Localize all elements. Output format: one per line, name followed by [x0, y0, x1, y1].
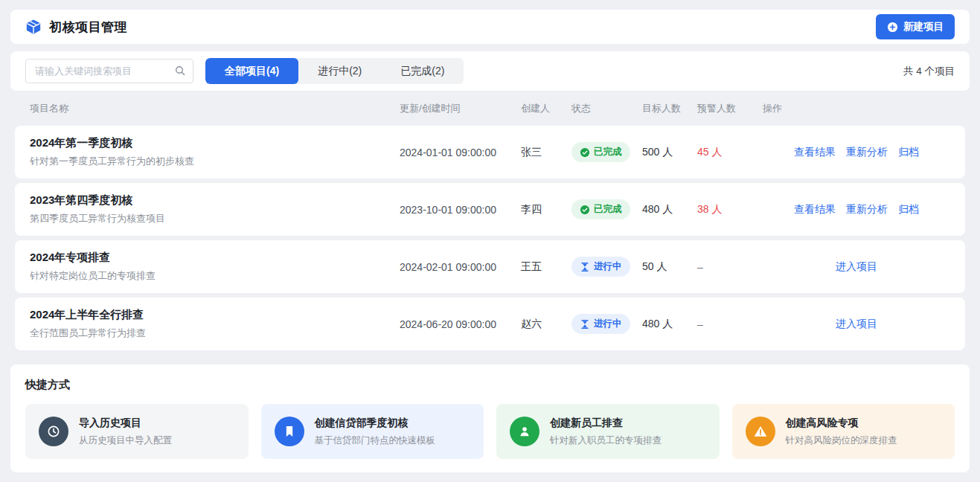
title-bar: 初核项目管理 新建项目: [10, 10, 970, 44]
project-warning-count: –: [697, 261, 763, 273]
column-header-target: 目标人数: [642, 102, 697, 115]
column-header-creator: 创建人: [521, 102, 571, 115]
shortcut-description: 针对新入职员工的专项排查: [550, 434, 662, 447]
project-time: 2024-01-01 09:00:00: [400, 147, 521, 158]
project-creator: 张三: [521, 146, 571, 159]
project-time: 2024-06-20 09:00:00: [400, 318, 521, 330]
project-time: 2024-02-01 09:00:00: [400, 261, 521, 273]
project-name: 2024年上半年全行排查: [30, 308, 400, 321]
tab-all-projects[interactable]: 全部项目(4): [205, 58, 298, 84]
view-results-link[interactable]: 查看结果: [794, 203, 836, 216]
project-warning-count: 38 人: [697, 203, 763, 216]
column-header-actions: 操作: [763, 102, 950, 115]
project-description: 全行范围员工异常行为排查: [30, 327, 400, 340]
column-header-status: 状态: [571, 102, 642, 115]
hourglass-icon: [580, 262, 590, 272]
cube-logo-icon: [25, 19, 42, 35]
status-badge-label: 进行中: [594, 318, 622, 330]
table-row: 2024年上半年全行排查 全行范围员工异常行为排查 2024-06-20 09:…: [15, 298, 965, 350]
shortcut-title: 创建新员工排查: [550, 417, 662, 430]
column-header-name: 项目名称: [30, 102, 400, 115]
search-box: [25, 59, 193, 83]
shortcut-import-history[interactable]: 导入历史项目 从历史项目中导入配置: [25, 404, 249, 459]
shortcut-credit-dept-template[interactable]: 创建信贷部季度初核 基于信贷部门特点的快速模板: [261, 404, 484, 459]
reanalyze-link[interactable]: 重新分析: [846, 146, 888, 159]
status-badge: 已完成: [571, 199, 630, 219]
new-project-button[interactable]: 新建项目: [876, 14, 955, 39]
table-row: 2024年专项排查 针对特定岗位员工的专项排查 2024-02-01 09:00…: [15, 240, 965, 293]
project-target-count: 50 人: [642, 260, 697, 274]
reanalyze-link[interactable]: 重新分析: [846, 203, 888, 216]
tab-completed[interactable]: 已完成(2): [381, 58, 464, 84]
table-header: 项目名称 更新/创建时间 创建人 状态 目标人数 预警人数 操作: [15, 91, 965, 126]
page-title: 初核项目管理: [49, 19, 127, 36]
new-project-button-label: 新建项目: [903, 20, 944, 33]
project-warning-count: –: [697, 318, 763, 330]
warning-icon: [746, 417, 775, 446]
check-circle-icon: [580, 205, 590, 215]
shortcut-description: 从历史项目中导入配置: [79, 434, 172, 447]
shortcut-description: 针对高风险岗位的深度排查: [786, 434, 897, 447]
tab-in-progress[interactable]: 进行中(2): [298, 58, 381, 84]
shortcut-title: 导入历史项目: [79, 417, 172, 430]
plus-circle-icon: [887, 22, 898, 33]
column-header-warning: 预警人数: [697, 102, 763, 115]
status-badge: 进行中: [571, 314, 630, 334]
hourglass-icon: [580, 319, 590, 330]
project-list: 2024年第一季度初核 针对第一季度员工异常行为的初步核查 2024-01-01…: [10, 126, 970, 350]
shortcut-high-risk-special[interactable]: 创建高风险专项 针对高风险岗位的深度排查: [732, 404, 955, 459]
table-row: 2024年第一季度初核 针对第一季度员工异常行为的初步核查 2024-01-01…: [15, 126, 965, 179]
project-description: 第四季度员工异常行为核查项目: [30, 212, 400, 225]
filter-bar: 全部项目(4) 进行中(2) 已完成(2) 共 4 个项目: [10, 51, 970, 91]
shortcut-title: 创建信贷部季度初核: [315, 417, 436, 430]
enter-project-link[interactable]: 进入项目: [836, 318, 877, 331]
project-management-page: 初核项目管理 新建项目 全部项目(4) 进行中(2) 已完成(2) 共 4 个项…: [0, 0, 980, 482]
project-target-count: 480 人: [642, 318, 697, 331]
project-time: 2023-10-01 09:00:00: [400, 204, 521, 216]
project-creator: 赵六: [521, 318, 571, 331]
project-creator: 李四: [521, 203, 571, 216]
enter-project-link[interactable]: 进入项目: [836, 260, 877, 274]
project-description: 针对特定岗位员工的专项排查: [30, 269, 400, 283]
project-target-count: 500 人: [642, 146, 697, 159]
check-circle-icon: [580, 147, 590, 158]
project-name: 2024年专项排查: [30, 251, 400, 264]
table-row: 2023年第四季度初核 第四季度员工异常行为核查项目 2023-10-01 09…: [15, 183, 965, 236]
bookmark-icon: [275, 417, 304, 446]
search-icon[interactable]: [174, 65, 186, 77]
total-project-count: 共 4 个项目: [903, 65, 955, 78]
archive-link[interactable]: 归档: [898, 203, 919, 216]
shortcut-description: 基于信贷部门特点的快速模板: [315, 434, 436, 447]
status-badge: 已完成: [571, 142, 630, 162]
search-input[interactable]: [25, 59, 193, 83]
project-name: 2023年第四季度初核: [30, 193, 400, 207]
user-icon: [510, 417, 539, 446]
status-badge-label: 进行中: [594, 260, 622, 273]
shortcuts-title: 快捷方式: [25, 378, 955, 392]
status-badge-label: 已完成: [594, 146, 622, 158]
project-target-count: 480 人: [642, 203, 697, 216]
shortcut-new-employee-check[interactable]: 创建新员工排查 针对新入职员工的专项排查: [496, 404, 720, 459]
project-description: 针对第一季度员工异常行为的初步核查: [30, 155, 400, 168]
status-filter-tabs: 全部项目(4) 进行中(2) 已完成(2): [205, 58, 464, 84]
project-creator: 王五: [521, 260, 571, 274]
shortcuts-section: 快捷方式 导入历史项目 从历史项目中导入配置: [10, 364, 970, 472]
archive-link[interactable]: 归档: [898, 146, 919, 159]
view-results-link[interactable]: 查看结果: [794, 146, 836, 159]
project-warning-count: 45 人: [697, 146, 763, 159]
shortcut-title: 创建高风险专项: [786, 417, 897, 430]
column-header-time: 更新/创建时间: [400, 102, 521, 115]
clock-icon: [39, 417, 68, 446]
status-badge: 进行中: [571, 257, 630, 277]
status-badge-label: 已完成: [594, 203, 622, 216]
project-name: 2024年第一季度初核: [30, 136, 400, 150]
